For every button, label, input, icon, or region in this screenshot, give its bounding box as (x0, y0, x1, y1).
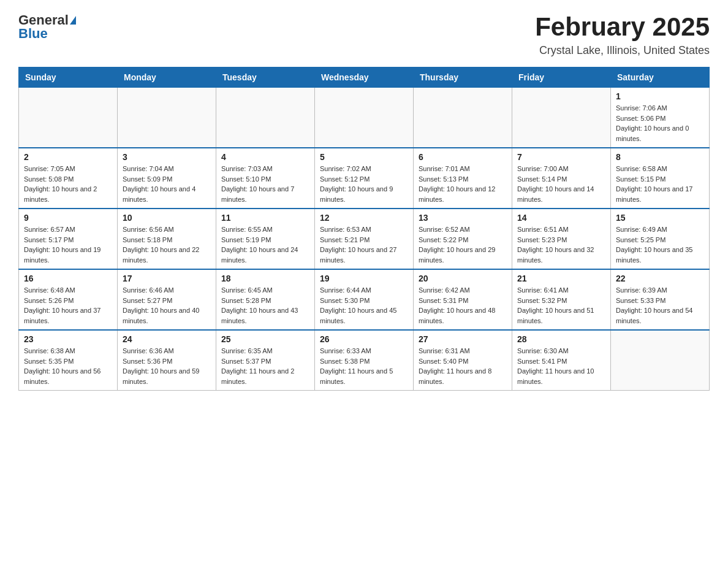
day-number: 19 (320, 274, 408, 283)
calendar-day-cell: 11Sunrise: 6:55 AMSunset: 5:19 PMDayligh… (216, 209, 315, 269)
day-number: 16 (24, 274, 112, 283)
day-number: 12 (320, 213, 408, 223)
calendar-day-cell: 3Sunrise: 7:04 AMSunset: 5:09 PMDaylight… (118, 148, 216, 209)
weekday-header: Saturday (611, 67, 710, 88)
day-number: 6 (419, 152, 507, 162)
day-number: 20 (419, 274, 507, 283)
day-info: Sunrise: 7:06 AMSunset: 5:06 PMDaylight:… (616, 103, 704, 144)
day-info: Sunrise: 6:58 AMSunset: 5:15 PMDaylight:… (616, 164, 704, 204)
calendar-title: February 2025 (535, 12, 710, 42)
calendar-day-cell: 8Sunrise: 6:58 AMSunset: 5:15 PMDaylight… (611, 148, 710, 209)
calendar-day-cell: 13Sunrise: 6:52 AMSunset: 5:22 PMDayligh… (414, 209, 512, 269)
day-info: Sunrise: 6:33 AMSunset: 5:38 PMDaylight:… (320, 346, 408, 386)
day-info: Sunrise: 7:00 AMSunset: 5:14 PMDaylight:… (517, 164, 605, 204)
day-number: 26 (320, 334, 408, 344)
weekday-header: Wednesday (315, 67, 414, 88)
calendar-day-cell: 2Sunrise: 7:05 AMSunset: 5:08 PMDaylight… (19, 148, 118, 209)
day-number: 21 (517, 274, 605, 283)
calendar-day-cell (414, 88, 512, 148)
calendar-day-cell: 12Sunrise: 6:53 AMSunset: 5:21 PMDayligh… (315, 209, 414, 269)
calendar-day-cell: 15Sunrise: 6:49 AMSunset: 5:25 PMDayligh… (611, 209, 710, 269)
calendar-day-cell: 28Sunrise: 6:30 AMSunset: 5:41 PMDayligh… (512, 330, 611, 391)
calendar-day-cell (315, 88, 414, 148)
logo-triangle-icon (70, 16, 76, 25)
calendar-day-cell: 24Sunrise: 6:36 AMSunset: 5:36 PMDayligh… (118, 330, 216, 391)
day-info: Sunrise: 6:46 AMSunset: 5:27 PMDaylight:… (123, 285, 211, 326)
calendar-subtitle: Crystal Lake, Illinois, United States (535, 44, 710, 57)
day-info: Sunrise: 6:39 AMSunset: 5:33 PMDaylight:… (616, 285, 704, 326)
day-info: Sunrise: 7:01 AMSunset: 5:13 PMDaylight:… (419, 164, 507, 204)
day-info: Sunrise: 7:05 AMSunset: 5:08 PMDaylight:… (24, 164, 112, 204)
calendar-day-cell: 7Sunrise: 7:00 AMSunset: 5:14 PMDaylight… (512, 148, 611, 209)
calendar-day-cell: 21Sunrise: 6:41 AMSunset: 5:32 PMDayligh… (512, 269, 611, 330)
day-info: Sunrise: 6:41 AMSunset: 5:32 PMDaylight:… (517, 285, 605, 326)
day-number: 25 (221, 334, 309, 344)
day-info: Sunrise: 6:45 AMSunset: 5:28 PMDaylight:… (221, 285, 309, 326)
day-number: 2 (24, 152, 112, 162)
day-info: Sunrise: 6:44 AMSunset: 5:30 PMDaylight:… (320, 285, 408, 326)
day-number: 18 (221, 274, 309, 283)
day-number: 15 (616, 213, 704, 223)
calendar-day-cell: 23Sunrise: 6:38 AMSunset: 5:35 PMDayligh… (19, 330, 118, 391)
calendar-day-cell: 6Sunrise: 7:01 AMSunset: 5:13 PMDaylight… (414, 148, 512, 209)
day-info: Sunrise: 6:30 AMSunset: 5:41 PMDaylight:… (517, 346, 605, 386)
calendar-day-cell: 19Sunrise: 6:44 AMSunset: 5:30 PMDayligh… (315, 269, 414, 330)
calendar-week-row: 16Sunrise: 6:48 AMSunset: 5:26 PMDayligh… (19, 269, 710, 330)
calendar-day-cell: 20Sunrise: 6:42 AMSunset: 5:31 PMDayligh… (414, 269, 512, 330)
day-number: 7 (517, 152, 605, 162)
weekday-header: Friday (512, 67, 611, 88)
day-info: Sunrise: 6:31 AMSunset: 5:40 PMDaylight:… (419, 346, 507, 386)
calendar-week-row: 1Sunrise: 7:06 AMSunset: 5:06 PMDaylight… (19, 88, 710, 148)
day-number: 28 (517, 334, 605, 344)
weekday-header: Thursday (414, 67, 512, 88)
day-info: Sunrise: 7:02 AMSunset: 5:12 PMDaylight:… (320, 164, 408, 204)
day-number: 22 (616, 274, 704, 283)
title-block: February 2025 Crystal Lake, Illinois, Un… (535, 12, 710, 57)
calendar-day-cell: 9Sunrise: 6:57 AMSunset: 5:17 PMDaylight… (19, 209, 118, 269)
day-number: 4 (221, 152, 309, 162)
calendar-day-cell: 18Sunrise: 6:45 AMSunset: 5:28 PMDayligh… (216, 269, 315, 330)
day-number: 8 (616, 152, 704, 162)
calendar-week-row: 2Sunrise: 7:05 AMSunset: 5:08 PMDaylight… (19, 148, 710, 209)
day-number: 11 (221, 213, 309, 223)
day-info: Sunrise: 6:55 AMSunset: 5:19 PMDaylight:… (221, 224, 309, 265)
calendar-day-cell (611, 330, 710, 391)
calendar-day-cell: 22Sunrise: 6:39 AMSunset: 5:33 PMDayligh… (611, 269, 710, 330)
logo: General Blue (18, 12, 76, 42)
day-info: Sunrise: 6:49 AMSunset: 5:25 PMDaylight:… (616, 224, 704, 265)
calendar-day-cell: 10Sunrise: 6:56 AMSunset: 5:18 PMDayligh… (118, 209, 216, 269)
calendar-day-cell (19, 88, 118, 148)
day-number: 1 (616, 91, 704, 101)
calendar-week-row: 23Sunrise: 6:38 AMSunset: 5:35 PMDayligh… (19, 330, 710, 391)
page-header: General Blue February 2025 Crystal Lake,… (18, 12, 710, 57)
day-info: Sunrise: 6:42 AMSunset: 5:31 PMDaylight:… (419, 285, 507, 326)
day-info: Sunrise: 6:57 AMSunset: 5:17 PMDaylight:… (24, 224, 112, 265)
day-info: Sunrise: 6:53 AMSunset: 5:21 PMDaylight:… (320, 224, 408, 265)
day-info: Sunrise: 7:03 AMSunset: 5:10 PMDaylight:… (221, 164, 309, 204)
day-info: Sunrise: 7:04 AMSunset: 5:09 PMDaylight:… (123, 164, 211, 204)
weekday-header: Monday (118, 67, 216, 88)
day-info: Sunrise: 6:38 AMSunset: 5:35 PMDaylight:… (24, 346, 112, 386)
day-info: Sunrise: 6:36 AMSunset: 5:36 PMDaylight:… (123, 346, 211, 386)
calendar-day-cell (512, 88, 611, 148)
calendar-day-cell: 14Sunrise: 6:51 AMSunset: 5:23 PMDayligh… (512, 209, 611, 269)
day-info: Sunrise: 6:48 AMSunset: 5:26 PMDaylight:… (24, 285, 112, 326)
day-info: Sunrise: 6:35 AMSunset: 5:37 PMDaylight:… (221, 346, 309, 386)
calendar-day-cell (216, 88, 315, 148)
day-number: 24 (123, 334, 211, 344)
weekday-header-row: SundayMondayTuesdayWednesdayThursdayFrid… (19, 67, 710, 88)
day-number: 14 (517, 213, 605, 223)
calendar-day-cell: 26Sunrise: 6:33 AMSunset: 5:38 PMDayligh… (315, 330, 414, 391)
calendar-day-cell: 17Sunrise: 6:46 AMSunset: 5:27 PMDayligh… (118, 269, 216, 330)
day-number: 3 (123, 152, 211, 162)
calendar-day-cell: 16Sunrise: 6:48 AMSunset: 5:26 PMDayligh… (19, 269, 118, 330)
calendar-day-cell: 27Sunrise: 6:31 AMSunset: 5:40 PMDayligh… (414, 330, 512, 391)
day-number: 17 (123, 274, 211, 283)
calendar-day-cell: 4Sunrise: 7:03 AMSunset: 5:10 PMDaylight… (216, 148, 315, 209)
calendar-table: SundayMondayTuesdayWednesdayThursdayFrid… (18, 67, 710, 391)
logo-blue-text: Blue (18, 26, 48, 42)
day-info: Sunrise: 6:56 AMSunset: 5:18 PMDaylight:… (123, 224, 211, 265)
day-number: 13 (419, 213, 507, 223)
calendar-week-row: 9Sunrise: 6:57 AMSunset: 5:17 PMDaylight… (19, 209, 710, 269)
calendar-day-cell: 1Sunrise: 7:06 AMSunset: 5:06 PMDaylight… (611, 88, 710, 148)
